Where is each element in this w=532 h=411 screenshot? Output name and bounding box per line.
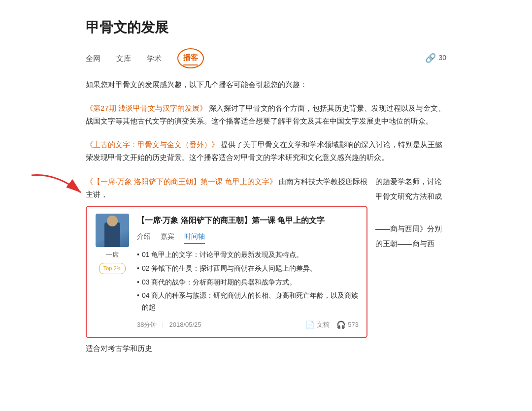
- tab-wenku[interactable]: 文库: [116, 51, 131, 66]
- card-tab-intro[interactable]: 介绍: [137, 231, 151, 244]
- card-footer: 38分钟 ｜ 2018/05/25 📄 文稿 🎧 573: [137, 318, 359, 331]
- doc-icon: 📄: [305, 318, 315, 331]
- partial-text-1: 的趙爱学老师，讨论: [375, 175, 446, 188]
- partial-text-4: 的王朝——商与西: [375, 237, 446, 250]
- partial-text-2: 甲骨文研究方法和成: [375, 190, 446, 203]
- podcast-link-2[interactable]: 《上古的文字：甲骨文与金文（番外）》: [86, 140, 219, 149]
- top-badge: Top 2%: [99, 263, 126, 274]
- audio-item: 🎧 573: [336, 318, 359, 331]
- partial-text-3: ——商与西周》分别: [375, 222, 446, 235]
- partial-text-after-card: 适合对考古学和历史: [86, 342, 367, 355]
- page-container: 甲骨文的发展 全网 文库 学术 播客 🔗 30 如果您对甲骨文的发展感兴趣，以下…: [74, 0, 458, 379]
- card-title: 【一席·万象 洛阳铲下的商王朝】第一课 龟甲上的文字: [137, 214, 359, 227]
- podcast-block-3: 《【一席·万象 洛阳铲下的商王朝】第一课 龟甲上的文字》 由南方科技大学教授唐际…: [86, 175, 446, 355]
- list-item: 01 龟甲上的文字：讨论甲骨文的最新发现及其特点。: [137, 249, 359, 261]
- right-partial-column: 的趙爱学老师，讨论 甲骨文研究方法和成 ——商与西周》分别 的王朝——商与西: [367, 175, 446, 355]
- card-duration: 38分钟: [137, 319, 157, 330]
- list-item: 02 斧钺下的生灵：探讨西周与商朝在杀人问题上的差异。: [137, 263, 359, 275]
- card-date: 2018/05/25: [169, 319, 201, 330]
- list-item: 03 商代的战争：分析商朝时期的兵器和战争方式。: [137, 277, 359, 288]
- card-footer-right: 📄 文稿 🎧 573: [305, 318, 359, 331]
- podcast-link-1[interactable]: 《第27期 浅谈甲骨文与汉字的发展》: [86, 104, 207, 112]
- doc-item: 📄 文稿: [305, 318, 330, 331]
- card-tab-timeline[interactable]: 时间轴: [184, 231, 205, 244]
- link-count-container: 🔗 30: [425, 51, 446, 66]
- avatar-head: [107, 216, 118, 226]
- footer-divider: ｜: [160, 319, 166, 330]
- red-arrow: [27, 170, 91, 200]
- card-content: 【一席·万象 洛阳铲下的商王朝】第一课 龟甲上的文字 介绍 嘉宾 时间轴 01 …: [137, 214, 359, 331]
- card-timeline-list: 01 龟甲上的文字：讨论甲骨文的最新发现及其特点。 02 斧钺下的生灵：探讨西周…: [137, 249, 359, 314]
- avatar-image: [96, 214, 129, 247]
- podcast-block-1: 《第27期 浅谈甲骨文与汉字的发展》 深入探讨了甲骨文的各个方面，包括其历史背景…: [86, 102, 446, 128]
- avatar-body: [104, 222, 120, 247]
- card-tabs: 介绍 嘉宾 时间轴: [137, 231, 359, 244]
- headphone-icon: 🎧: [336, 318, 346, 331]
- intro-text: 如果您对甲骨文的发展感兴趣，以下几个播客可能会引起您的兴趣：: [86, 78, 446, 91]
- page-title: 甲骨文的发展: [86, 16, 446, 39]
- audio-count: 573: [348, 319, 359, 330]
- card-avatar-section: 一席 Top 2%: [95, 214, 130, 331]
- list-item: 04 商人的种系与族源：研究商朝人的长相、身高和死亡年龄，以及商族的起: [137, 290, 359, 314]
- tab-xueshu[interactable]: 学术: [147, 51, 162, 66]
- card-popup: 一席 Top 2% 【一席·万象 洛阳铲下的商王朝】第一课 龟甲上的文字 介绍 …: [86, 206, 367, 338]
- tab-boke[interactable]: 播客: [177, 48, 204, 69]
- link-count: 30: [438, 52, 446, 64]
- avatar-figure: [96, 214, 129, 247]
- podcast-link-3[interactable]: 《【一席·万象 洛阳铲下的商王朝】第一课 龟甲上的文字》: [86, 177, 277, 186]
- card-tab-guest[interactable]: 嘉宾: [161, 231, 174, 244]
- tab-underline: [183, 64, 198, 65]
- tabs-row: 全网 文库 学术 播客 🔗 30: [86, 48, 446, 69]
- channel-name: 一席: [106, 250, 119, 260]
- link-icon: 🔗: [425, 51, 436, 66]
- podcast-block-2: 《上古的文字：甲骨文与金文（番外）》 提供了关于甲骨文在文学和学术领域影响的深入…: [86, 138, 446, 164]
- doc-label: 文稿: [317, 319, 330, 330]
- tab-quanwang[interactable]: 全网: [86, 51, 100, 66]
